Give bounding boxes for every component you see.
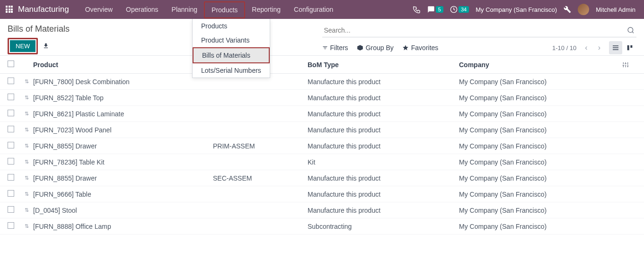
row-checkbox[interactable]	[8, 158, 14, 165]
debug-icon[interactable]	[564, 6, 571, 13]
table-row[interactable]: ⇅ [FURN_8522] Table Top Manufacture this…	[0, 90, 644, 106]
cell-company: My Company (San Francisco)	[459, 94, 622, 102]
row-checkbox[interactable]	[8, 174, 14, 181]
row-checkbox[interactable]	[8, 142, 14, 148]
table-row[interactable]: ⇅ [FURN_9666] Table Manufacture this pro…	[0, 186, 644, 202]
cell-bom-type: Kit	[308, 158, 459, 166]
svg-point-1	[628, 27, 633, 33]
dropdown-products[interactable]: Products	[193, 19, 270, 33]
download-icon[interactable]	[43, 43, 49, 49]
row-checkbox[interactable]	[8, 126, 14, 132]
dropdown-product-variants[interactable]: Product Variants	[193, 33, 270, 47]
cell-bom-type: Subcontracting	[308, 223, 459, 230]
row-checkbox[interactable]	[8, 94, 14, 100]
drag-handle-icon[interactable]: ⇅	[25, 143, 33, 149]
cell-product: [FURN_8855] Drawer	[33, 142, 213, 150]
cell-product: [FURN_8621] Plastic Laminate	[33, 110, 213, 118]
cell-product: [FURN_8855] Drawer	[33, 174, 213, 182]
cell-bom-type: Manufacture this product	[308, 174, 459, 182]
cell-company: My Company (San Francisco)	[459, 142, 622, 150]
dropdown-lots-serial[interactable]: Lots/Serial Numbers	[193, 63, 270, 78]
select-all-checkbox[interactable]	[8, 61, 14, 67]
cell-company: My Company (San Francisco)	[459, 223, 622, 230]
drag-handle-icon[interactable]: ⇅	[25, 223, 33, 229]
nav-configuration[interactable]: Configuration	[287, 0, 340, 19]
pager[interactable]: 1-10 / 10	[552, 44, 576, 52]
table-row[interactable]: ⇅ [FURN_8621] Plastic Laminate Manufactu…	[0, 106, 644, 122]
table-row[interactable]: ⇅ [FURN_8855] Drawer PRIM-ASSEM Manufact…	[0, 138, 644, 154]
row-checkbox[interactable]	[8, 78, 14, 84]
activities-icon[interactable]: 34	[450, 6, 469, 13]
main-navbar: Manufacturing Overview Operations Planni…	[0, 0, 644, 19]
filters-button[interactable]: Filters	[322, 44, 348, 52]
pager-next[interactable]: ›	[596, 43, 602, 52]
drag-handle-icon[interactable]: ⇅	[25, 191, 33, 197]
cell-reference: SEC-ASSEM	[213, 174, 308, 182]
apps-icon[interactable]	[6, 6, 13, 13]
favorites-label: Favorites	[411, 44, 439, 52]
optional-columns-icon[interactable]	[622, 61, 636, 68]
column-product[interactable]: Product	[33, 61, 213, 69]
drag-handle-icon[interactable]: ⇅	[25, 159, 33, 165]
cell-product: [FURN_7023] Wood Panel	[33, 126, 213, 134]
cell-bom-type: Manufacture this product	[308, 94, 459, 102]
nav-operations[interactable]: Operations	[119, 0, 165, 19]
drag-handle-icon[interactable]: ⇅	[25, 78, 33, 85]
cell-bom-type: Manufacture this product	[308, 78, 459, 86]
drag-handle-icon[interactable]: ⇅	[25, 207, 33, 213]
drag-handle-icon[interactable]: ⇅	[25, 127, 33, 133]
drag-handle-icon[interactable]: ⇅	[25, 111, 33, 117]
drag-handle-icon[interactable]: ⇅	[25, 95, 33, 101]
messages-icon[interactable]: 5	[427, 6, 443, 13]
avatar[interactable]	[578, 4, 589, 15]
row-checkbox[interactable]	[8, 190, 14, 197]
groupby-button[interactable]: Group By	[357, 44, 394, 52]
table-row[interactable]: ⇅ [FURN_78236] Table Kit Kit My Company …	[0, 154, 644, 170]
cell-company: My Company (San Francisco)	[459, 158, 622, 166]
new-button[interactable]: NEW	[10, 40, 35, 52]
cell-company: My Company (San Francisco)	[459, 78, 622, 86]
company-switcher[interactable]: My Company (San Francisco)	[476, 6, 557, 13]
row-checkbox[interactable]	[8, 110, 14, 116]
phone-icon[interactable]	[413, 6, 421, 13]
drag-handle-icon[interactable]: ⇅	[25, 175, 33, 181]
breadcrumb: Bills of Materials	[8, 24, 322, 34]
nav-overview[interactable]: Overview	[79, 0, 119, 19]
cell-company: My Company (San Francisco)	[459, 126, 622, 134]
nav-reporting[interactable]: Reporting	[245, 0, 287, 19]
cell-company: My Company (San Francisco)	[459, 174, 622, 182]
pager-prev[interactable]: ‹	[583, 43, 589, 52]
cell-reference: PRIM-ASSEM	[213, 142, 308, 150]
filters-label: Filters	[330, 44, 348, 52]
kanban-view-button[interactable]	[623, 41, 636, 54]
groupby-label: Group By	[366, 44, 394, 52]
column-company[interactable]: Company	[459, 61, 622, 69]
cell-company: My Company (San Francisco)	[459, 110, 622, 118]
nav-products[interactable]: Products	[204, 1, 245, 18]
list-view-button[interactable]	[609, 41, 622, 54]
cell-company: My Company (San Francisco)	[459, 207, 622, 214]
column-bom-type[interactable]: BoM Type	[308, 61, 459, 69]
app-name: Manufacturing	[18, 5, 69, 14]
cell-product: [D_0045] Stool	[33, 207, 213, 214]
cell-bom-type: Manufacture this product	[308, 142, 459, 150]
search-icon[interactable]	[625, 26, 636, 34]
table-row[interactable]: ⇅ [D_0045] Stool Manufacture this produc…	[0, 202, 644, 218]
table-row[interactable]: ⇅ [FURN_7023] Wood Panel Manufacture thi…	[0, 122, 644, 138]
username[interactable]: Mitchell Admin	[596, 6, 635, 13]
dropdown-bills-of-materials[interactable]: Bills of Materials	[193, 47, 270, 63]
table-row[interactable]: ⇅ [FURN_8888] Office Lamp Subcontracting…	[0, 218, 644, 234]
table-row[interactable]: ⇅ [FURN_7800] Desk Combination Manufactu…	[0, 74, 644, 90]
cell-product: [FURN_78236] Table Kit	[33, 158, 213, 166]
list-view: Product BoM Type Company ⇅ [FURN_7800] D…	[0, 56, 644, 234]
cell-bom-type: Manufacture this product	[308, 191, 459, 198]
cell-product: [FURN_8522] Table Top	[33, 94, 213, 102]
list-header: Product BoM Type Company	[0, 56, 644, 74]
nav-planning[interactable]: Planning	[165, 0, 204, 19]
favorites-button[interactable]: Favorites	[402, 44, 439, 52]
table-row[interactable]: ⇅ [FURN_8855] Drawer SEC-ASSEM Manufactu…	[0, 170, 644, 186]
row-checkbox[interactable]	[8, 222, 14, 229]
search-input[interactable]	[322, 24, 626, 37]
row-checkbox[interactable]	[8, 206, 14, 213]
control-panel: Bills of Materials NEW	[0, 19, 644, 56]
